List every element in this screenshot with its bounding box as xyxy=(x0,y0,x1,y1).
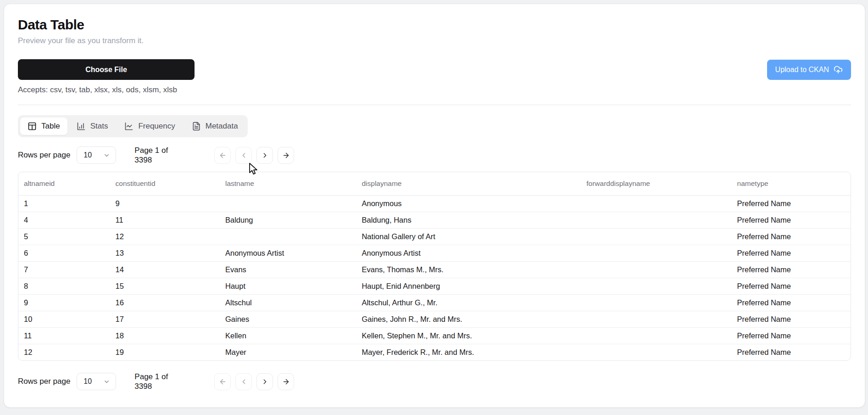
table-cell: Evans xyxy=(220,261,356,278)
table-cell: 9 xyxy=(18,294,110,311)
table-cell xyxy=(581,278,731,294)
column-header-nametype: nametype xyxy=(732,172,851,196)
tab-metadata[interactable]: Metadata xyxy=(184,118,245,135)
table-cell: 15 xyxy=(110,278,220,294)
cloud-upload-icon xyxy=(834,65,843,74)
arrow-right-icon xyxy=(282,151,290,159)
table-row: 19AnonymousPreferred Name xyxy=(18,195,851,212)
page-buttons xyxy=(214,373,294,390)
table-cell: 8 xyxy=(18,278,110,294)
chevron-left-icon xyxy=(240,378,248,386)
line-chart-icon xyxy=(124,122,134,131)
table-cell: Preferred Name xyxy=(732,311,851,327)
table-cell: Altschul, Arthur G., Mr. xyxy=(356,294,581,311)
column-header-displayname: displayname xyxy=(356,172,581,196)
table-cell: National Gallery of Art xyxy=(356,228,581,245)
rows-per-page-select[interactable]: 10 xyxy=(77,373,116,390)
table-cell: Mayer xyxy=(220,344,356,360)
page-status: Page 1 of 3398 xyxy=(134,146,174,165)
upload-to-ckan-label: Upload to CKAN xyxy=(775,66,829,74)
rows-per-page-select[interactable]: 10 xyxy=(77,146,116,164)
table-cell: 7 xyxy=(18,261,110,278)
table-cell: Kellen xyxy=(220,327,356,344)
table-cell: Gaines, John R., Mr. and Mrs. xyxy=(356,311,581,327)
table-cell xyxy=(220,195,356,212)
file-text-icon xyxy=(192,122,201,131)
table-cell: Evans, Thomas M., Mrs. xyxy=(356,261,581,278)
previous-page-button[interactable] xyxy=(235,373,252,390)
table-header-row: altnameid constituentid lastname display… xyxy=(18,172,851,196)
table-cell: Anonymous xyxy=(356,195,581,212)
rows-per-page-label: Rows per page xyxy=(18,151,70,160)
table-cell xyxy=(581,228,731,245)
first-page-button[interactable] xyxy=(214,147,231,164)
table-cell xyxy=(220,228,356,245)
page-buttons xyxy=(214,147,294,164)
table-cell: 1 xyxy=(18,195,110,212)
tab-stats[interactable]: Stats xyxy=(69,118,116,135)
last-page-button[interactable] xyxy=(278,147,294,164)
column-header-lastname: lastname xyxy=(220,172,356,196)
table-cell: 9 xyxy=(110,195,220,212)
table-cell: Haupt xyxy=(220,278,356,294)
table-row: 1219MayerMayer, Frederick R., Mr. and Mr… xyxy=(18,344,851,360)
last-page-button[interactable] xyxy=(278,373,294,390)
chevron-down-icon xyxy=(103,152,110,159)
data-table: altnameid constituentid lastname display… xyxy=(18,172,851,361)
table-cell: Preferred Name xyxy=(732,228,851,245)
pagination-bottom: Rows per page 10 Page 1 of 3398 xyxy=(18,372,851,392)
page-title: Data Table xyxy=(18,17,851,33)
page-status: Page 1 of 3398 xyxy=(134,372,174,392)
table-cell: 18 xyxy=(110,327,220,344)
table-row: 1017GainesGaines, John R., Mr. and Mrs.P… xyxy=(18,311,851,327)
table-cell xyxy=(581,212,731,228)
tab-metadata-label: Metadata xyxy=(206,122,238,131)
table-cell: 12 xyxy=(110,228,220,245)
table-cell xyxy=(581,327,731,344)
table-cell: 13 xyxy=(110,245,220,261)
tab-bar: Table Stats Frequency M xyxy=(18,115,248,137)
tab-frequency-label: Frequency xyxy=(138,122,175,131)
table-icon xyxy=(28,122,37,131)
table-row: 714EvansEvans, Thomas M., Mrs.Preferred … xyxy=(18,261,851,278)
next-page-button[interactable] xyxy=(256,147,273,164)
table-cell xyxy=(581,344,731,360)
table-cell xyxy=(581,195,731,212)
table-cell: 14 xyxy=(110,261,220,278)
table-cell: 10 xyxy=(18,311,110,327)
tab-frequency[interactable]: Frequency xyxy=(117,118,182,135)
arrow-left-icon xyxy=(219,151,227,159)
table-cell: 16 xyxy=(110,294,220,311)
first-page-button[interactable] xyxy=(214,373,231,390)
choose-file-button[interactable]: Choose File xyxy=(18,59,195,80)
table-cell: 11 xyxy=(110,212,220,228)
table-cell xyxy=(581,311,731,327)
chevron-down-icon xyxy=(103,378,110,385)
table-cell: Preferred Name xyxy=(732,327,851,344)
tab-table-label: Table xyxy=(41,122,60,131)
table-cell: 19 xyxy=(110,344,220,360)
arrow-right-icon xyxy=(282,378,290,386)
table-cell: Preferred Name xyxy=(732,344,851,360)
chevron-left-icon xyxy=(240,151,248,159)
previous-page-button[interactable] xyxy=(235,147,252,164)
table-cell: Mayer, Frederick R., Mr. and Mrs. xyxy=(356,344,581,360)
rows-per-page-value: 10 xyxy=(83,377,92,386)
upload-to-ckan-button[interactable]: Upload to CKAN xyxy=(767,60,851,80)
tab-table[interactable]: Table xyxy=(20,118,67,135)
table-cell: 6 xyxy=(18,245,110,261)
chevron-right-icon xyxy=(261,151,269,159)
table-cell: Preferred Name xyxy=(732,261,851,278)
data-table-card: Data Table Preview your file as you tran… xyxy=(4,4,865,408)
next-page-button[interactable] xyxy=(256,373,273,390)
table-cell: Haupt, Enid Annenberg xyxy=(356,278,581,294)
table-cell: Preferred Name xyxy=(732,212,851,228)
table-cell: 11 xyxy=(18,327,110,344)
table-cell: Kellen, Stephen M., Mr. and Mrs. xyxy=(356,327,581,344)
table-cell: Preferred Name xyxy=(732,195,851,212)
table-cell: 17 xyxy=(110,311,220,327)
arrow-left-icon xyxy=(219,378,227,386)
table-cell xyxy=(581,261,731,278)
table-cell: 5 xyxy=(18,228,110,245)
table-cell: 4 xyxy=(18,212,110,228)
